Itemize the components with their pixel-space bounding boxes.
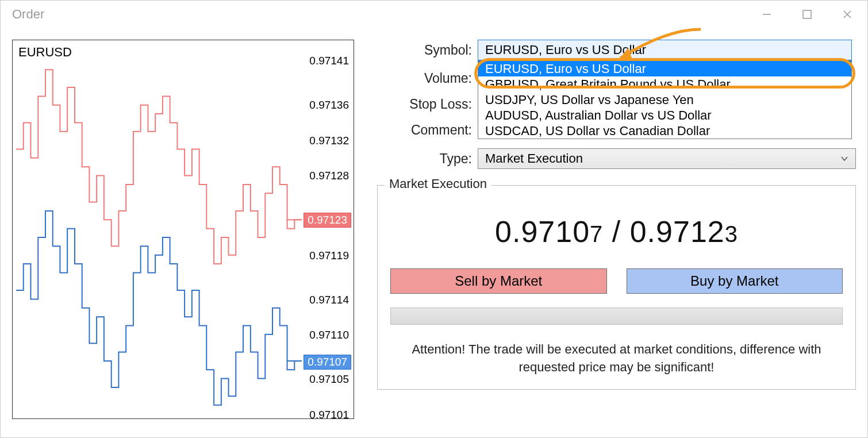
order-window: Order EURUSD 0.971410.971360.971320.9712… [0, 0, 868, 438]
sell-by-market-button[interactable]: Sell by Market [390, 268, 607, 294]
svg-rect-1 [803, 10, 811, 18]
price-separator: / [603, 215, 629, 248]
y-tick: 0.97101 [309, 409, 349, 421]
y-tick: 0.97110 [309, 329, 349, 341]
y-tick: 0.97128 [309, 170, 349, 182]
chart-body [16, 61, 302, 414]
y-tick: 0.97105 [309, 373, 349, 386]
symbol-option[interactable]: USDCAD, US Dollar vs Canadian Dollar [478, 123, 851, 139]
bid-price-tag: 0.97107 [304, 355, 351, 370]
ask-price-sub: 3 [725, 221, 738, 247]
label-stoploss: Stop Loss: [377, 97, 478, 112]
market-warning: Attention! The trade will be executed at… [390, 341, 843, 376]
bid-ask-prices: 0.97107 / 0.97123 [390, 214, 843, 249]
y-axis: 0.971410.971360.971320.971280.971190.971… [305, 40, 354, 418]
y-tick: 0.97114 [309, 294, 349, 306]
tick-chart: EURUSD 0.971410.971360.971320.971280.971… [12, 40, 354, 419]
y-tick: 0.97119 [309, 249, 349, 262]
type-select-value: Market Execution [485, 151, 583, 166]
progress-bar [390, 308, 843, 325]
type-select[interactable]: Market Execution [478, 148, 856, 169]
y-tick: 0.97141 [309, 55, 349, 67]
ask-line [16, 70, 302, 264]
label-comment: Comment: [377, 122, 478, 138]
y-tick: 0.97132 [309, 135, 349, 147]
buy-by-market-button[interactable]: Buy by Market [627, 268, 843, 294]
titlebar-buttons [747, 1, 867, 28]
ask-price-main: 0.9712 [630, 215, 725, 248]
order-form: Symbol: EURUSD, Euro vs US Dollar EURUSD… [354, 40, 856, 419]
bid-line [16, 211, 302, 405]
label-symbol: Symbol: [377, 43, 478, 58]
close-button[interactable] [827, 1, 867, 28]
bid-price-sub: 7 [590, 221, 603, 247]
symbol-select[interactable]: EURUSD, Euro vs US Dollar [478, 40, 852, 60]
minimize-button[interactable] [747, 1, 787, 28]
symbol-select-value: EURUSD, Euro vs US Dollar [485, 43, 646, 57]
symbol-dropdown-list: EURUSD, Euro vs US DollarGBPUSD, Great B… [478, 60, 852, 139]
bid-price-main: 0.9710 [495, 215, 590, 248]
symbol-option[interactable]: AUDUSD, Australian Dollar vs US Dollar [478, 107, 851, 123]
ask-price-tag: 0.97123 [304, 213, 351, 228]
y-tick: 0.97136 [309, 99, 349, 112]
maximize-button[interactable] [787, 1, 827, 28]
chevron-down-icon [840, 155, 848, 163]
titlebar: Order [1, 1, 867, 28]
symbol-option[interactable]: USDJPY, US Dollar vs Japanese Yen [478, 92, 851, 107]
window-title: Order [12, 7, 44, 22]
group-legend: Market Execution [385, 176, 491, 191]
chart-symbol: EURUSD [18, 45, 72, 60]
label-volume: Volume: [377, 71, 478, 86]
label-type: Type: [377, 151, 478, 167]
symbol-option[interactable]: EURUSD, Euro vs US Dollar [478, 61, 851, 76]
market-execution-group: Market Execution 0.97107 / 0.97123 Sell … [377, 185, 856, 390]
symbol-option[interactable]: GBPUSD, Great Britain Pound vs US Dollar [478, 76, 851, 92]
